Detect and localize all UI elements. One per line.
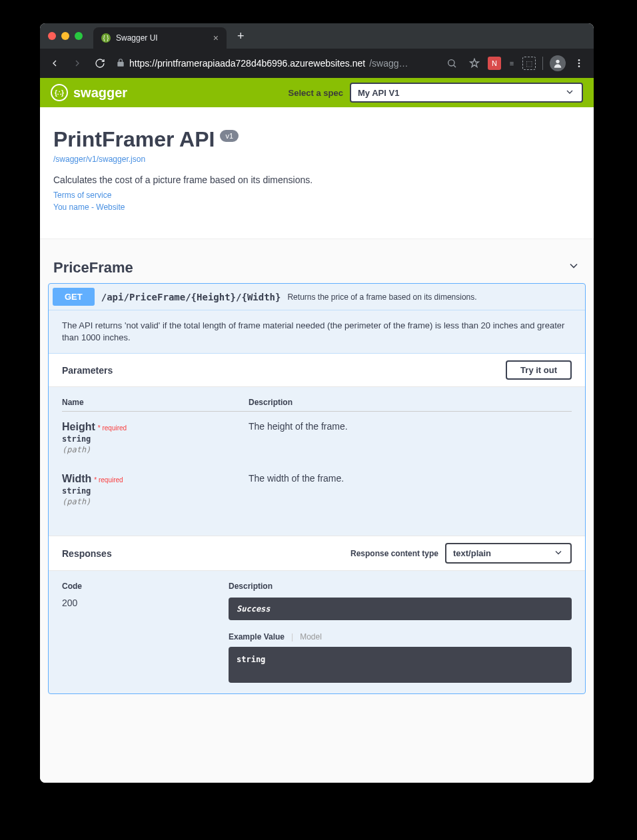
svg-point-0: [448, 60, 454, 66]
swagger-topbar: {∴} swagger Select a spec My API V1: [40, 78, 594, 107]
favicon-icon: { }: [101, 33, 111, 43]
api-info: PrintFramer API v1 /swagger/v1/swagger.j…: [40, 107, 594, 239]
param-location: (path): [62, 445, 249, 454]
responses-table: Code Description 200 Success Example Val…: [49, 571, 585, 693]
example-body: string: [229, 647, 572, 683]
menu-icon[interactable]: [570, 54, 588, 73]
param-type: string: [62, 434, 249, 444]
parameters-table: Name Description Heightrequired string (…: [49, 387, 585, 536]
required-badge: required: [95, 424, 127, 432]
param-row: Heightrequired string (path) The height …: [62, 412, 572, 464]
forward-button[interactable]: [68, 54, 87, 73]
address-bar: https://printframerapiaada728d4b6996.azu…: [40, 49, 594, 78]
try-it-out-button[interactable]: Try it out: [506, 360, 572, 380]
operation-summary-text: Returns the price of a frame based on it…: [287, 292, 476, 302]
parameters-heading: Parameters: [62, 365, 113, 376]
chevron-down-icon: [564, 87, 575, 99]
version-badge: v1: [220, 130, 239, 142]
reload-button[interactable]: [91, 54, 109, 73]
window-controls: [48, 32, 83, 40]
api-description: Calculates the cost of a picture frame b…: [53, 175, 580, 185]
responses-bar: Responses Response content type text/pla…: [49, 536, 585, 571]
svg-point-4: [578, 65, 580, 67]
new-tab-button[interactable]: +: [232, 29, 250, 43]
chevron-down-icon: [567, 259, 580, 276]
param-description: The width of the frame.: [249, 473, 572, 484]
param-description: The height of the frame.: [249, 421, 572, 432]
browser-window: { } Swagger UI × + https://printframerap…: [40, 23, 594, 783]
response-message: Success: [229, 598, 572, 620]
url-path: /swagg…: [369, 58, 408, 69]
tag-toggle[interactable]: PriceFrame: [47, 252, 587, 283]
tab-title: Swagger UI: [116, 33, 158, 43]
param-row: Widthrequired string (path) The width of…: [62, 464, 572, 516]
swagger-logo-icon: {∴}: [51, 84, 68, 101]
contact-link[interactable]: You name - Website: [53, 203, 580, 212]
response-row: 200 Success Example Value | Model string: [62, 598, 572, 683]
param-name: Width: [62, 473, 91, 484]
operation-block: GET /api/PriceFrame/{Height}/{Width} Ret…: [48, 283, 586, 694]
url-field[interactable]: https://printframerapiaada728d4b6996.azu…: [113, 58, 438, 69]
content-type-value: text/plain: [453, 548, 491, 558]
param-name: Height: [62, 421, 95, 432]
close-tab-icon[interactable]: ×: [213, 33, 219, 43]
minimize-window-button[interactable]: [61, 32, 69, 40]
maximize-window-button[interactable]: [75, 32, 83, 40]
method-badge: GET: [53, 288, 95, 306]
back-button[interactable]: [45, 54, 64, 73]
profile-avatar[interactable]: [550, 55, 566, 71]
lock-icon: [116, 58, 125, 69]
model-tab[interactable]: Model: [300, 632, 322, 641]
spec-url-link[interactable]: /swagger/v1/swagger.json: [53, 155, 580, 164]
responses-heading: Responses: [62, 548, 112, 559]
extension-icon-2[interactable]: ≡: [505, 57, 518, 70]
spec-selected-value: My API V1: [358, 88, 399, 98]
select-spec-label: Select a spec: [289, 88, 343, 98]
toolbar-divider: [542, 57, 543, 70]
operation-description: The API returns 'not valid' if the total…: [49, 310, 585, 354]
extension-icon-3[interactable]: ⬚: [522, 57, 536, 70]
operation-summary[interactable]: GET /api/PriceFrame/{Height}/{Width} Ret…: [49, 284, 585, 310]
svg-point-2: [578, 59, 580, 61]
swagger-content: PrintFramer API v1 /swagger/v1/swagger.j…: [40, 107, 594, 783]
tab-separator: |: [291, 632, 293, 641]
close-window-button[interactable]: [48, 32, 56, 40]
content-type-dropdown[interactable]: text/plain: [445, 543, 572, 564]
tag-name: PriceFrame: [53, 259, 133, 276]
extension-icon-1[interactable]: N: [488, 57, 501, 70]
spec-dropdown[interactable]: My API V1: [350, 83, 583, 103]
titlebar: { } Swagger UI × +: [40, 23, 594, 49]
parameters-bar: Parameters Try it out: [49, 354, 585, 387]
col-desc-header: Description: [249, 398, 572, 407]
swagger-brand: swagger: [73, 85, 127, 101]
col-code-header: Code: [62, 582, 229, 591]
url-host: https://printframerapiaada728d4b6996.azu…: [129, 58, 365, 69]
svg-point-3: [578, 63, 580, 65]
api-title: PrintFramer API v1: [53, 127, 580, 152]
response-code: 200: [62, 598, 229, 683]
content-type-label: Response content type: [350, 549, 438, 558]
zoom-icon[interactable]: [442, 54, 461, 73]
api-title-text: PrintFramer API: [53, 127, 215, 152]
browser-tab[interactable]: { } Swagger UI ×: [93, 27, 227, 49]
col-name-header: Name: [62, 398, 249, 407]
operation-body: The API returns 'not valid' if the total…: [49, 310, 585, 693]
svg-point-1: [556, 60, 559, 63]
tag-section: PriceFrame GET /api/PriceFrame/{Height}/…: [40, 239, 594, 707]
terms-link[interactable]: Terms of service: [53, 191, 580, 200]
bookmark-icon[interactable]: [465, 54, 484, 73]
example-value-tab[interactable]: Example Value: [229, 632, 285, 641]
swagger-logo: {∴} swagger: [51, 84, 127, 101]
required-badge: required: [91, 476, 123, 484]
param-type: string: [62, 486, 249, 496]
col-resp-desc-header: Description: [229, 582, 572, 591]
operation-path: /api/PriceFrame/{Height}/{Width}: [101, 292, 281, 302]
param-location: (path): [62, 497, 249, 506]
chevron-down-icon: [553, 547, 564, 560]
